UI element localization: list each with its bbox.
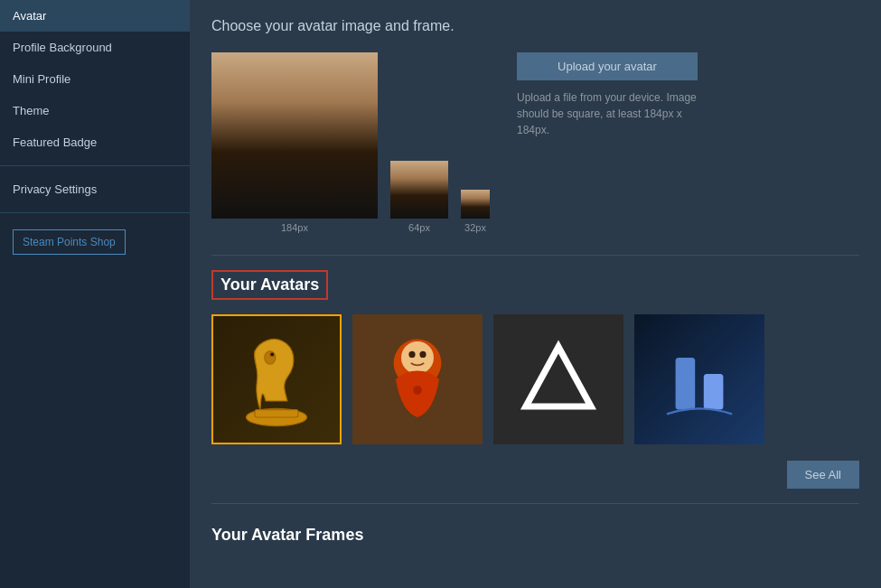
svg-marker-9 [526,347,591,406]
sidebar-divider [0,165,190,166]
your-avatars-title: Your Avatars [211,270,328,300]
avatar-medium[interactable] [390,161,448,219]
avatar-small[interactable] [461,190,490,219]
see-all-button[interactable]: See All [787,461,859,489]
upload-avatar-button[interactable]: Upload your avatar [517,52,698,80]
svg-rect-11 [704,374,724,410]
sidebar-item-profile-background[interactable]: Profile Background [0,32,190,63]
sidebar-item-featured-badge[interactable]: Featured Badge [0,126,190,158]
steam-points-shop-button[interactable]: Steam Points Shop [13,229,126,255]
svg-point-5 [401,341,434,374]
your-avatars-header: Your Avatars [211,270,859,300]
avatars-row [211,314,859,444]
svg-point-3 [270,352,275,357]
page-title: Choose your avatar image and frame. [211,18,859,34]
see-all-row: See All [211,453,859,489]
your-avatar-frames: Your Avatar Frames [211,526,859,545]
svg-point-6 [408,351,415,358]
sidebar-item-avatar[interactable]: Avatar [0,0,190,32]
svg-point-7 [419,351,426,358]
avatar-item-chess[interactable] [211,314,342,444]
avatar-item-red-hood[interactable] [352,314,483,444]
sidebar-divider-2 [0,212,190,213]
sidebar: Avatar Profile Background Mini Profile T… [0,0,190,588]
avatars-container: See All [211,314,859,489]
avatar-previews: 184px 64px 32px [211,52,490,233]
svg-point-8 [413,386,422,395]
avatar-small-wrap: 32px [461,190,490,233]
avatar-small-label: 32px [461,222,490,233]
section-divider [211,255,859,256]
avatar-large-wrap: 184px [211,52,378,233]
section-divider-2 [211,503,859,504]
svg-rect-10 [676,358,696,410]
sidebar-item-mini-profile[interactable]: Mini Profile [0,63,190,95]
main-content: Choose your avatar image and frame. 184p… [190,0,881,588]
avatar-medium-wrap: 64px [390,161,448,233]
upload-description: Upload a file from your device. Image sh… [517,89,698,138]
avatar-large[interactable] [211,52,378,219]
frames-title: Your Avatar Frames [211,526,859,545]
sidebar-item-theme[interactable]: Theme [0,95,190,126]
upload-section: Upload your avatar Upload a file from yo… [517,52,698,138]
avatar-medium-label: 64px [390,222,448,233]
avatar-item-triangle[interactable] [493,314,623,444]
avatar-large-label: 184px [211,222,378,233]
svg-rect-1 [255,410,298,417]
sidebar-item-privacy-settings[interactable]: Privacy Settings [0,173,190,205]
avatar-section: 184px 64px 32px Upload your avatar Uploa… [211,52,859,233]
avatar-item-blue-logo[interactable] [634,314,764,444]
